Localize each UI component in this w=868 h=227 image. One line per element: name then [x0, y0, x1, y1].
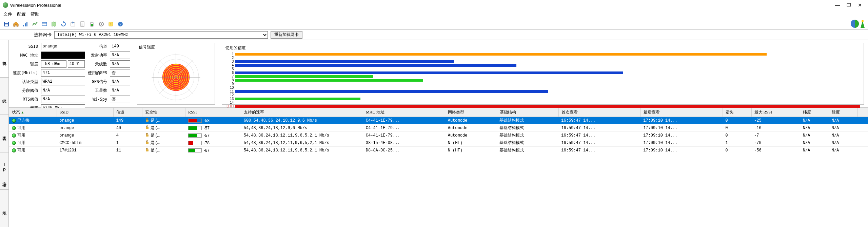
channel-label: 10 [225, 86, 234, 89]
save-icon[interactable] [2, 20, 11, 28]
cell-last: 17:09:10 14... [640, 147, 723, 154]
table-row[interactable]: 可用orange4是 (...-5754,48,36,24,18,12,11,9… [9, 132, 868, 139]
channel-label: 7 [225, 75, 234, 78]
value-mac [41, 51, 85, 59]
cell-security: 是 (... [151, 140, 160, 146]
minimize-button[interactable]: — [835, 2, 840, 8]
col-lost[interactable]: 遗失 [723, 108, 751, 117]
col-channel[interactable]: 信道 [114, 108, 142, 117]
channel-bar-row [235, 97, 860, 100]
cell-first: 16:59:47 14... [558, 124, 640, 132]
cell-channel: 4 [114, 132, 142, 139]
channel-label: 3 [225, 60, 234, 63]
connections-icon[interactable] [40, 20, 49, 28]
col-status[interactable]: 状态 [9, 108, 57, 117]
close-button[interactable]: ✕ [858, 2, 862, 8]
col-first[interactable]: 首次查看 [558, 108, 640, 117]
label-antennas: 天线数 [88, 61, 107, 67]
adapter-select[interactable]: Intel(R) Wi-Fi 6 AX201 160MHz [54, 31, 268, 39]
cell-rates: 54,48,36,24,18,12,11,9,6,5,2,1 Mb/s [241, 139, 363, 147]
col-mac[interactable]: MAC 地址 [363, 108, 445, 117]
menu-config[interactable]: 配置 [17, 11, 26, 17]
svg-rect-3 [23, 25, 24, 26]
sidetab-stats[interactable]: 统计 [0, 77, 8, 115]
table-row[interactable]: 可用orange40是 (...-5754,48,36,24,18,12,9,6… [9, 124, 868, 132]
cell-lost: 0 [723, 147, 751, 154]
cell-mac: C4-41-1E-79... [363, 117, 445, 124]
log-icon[interactable] [78, 20, 87, 28]
help-icon[interactable]: ? [116, 20, 125, 28]
chart-icon[interactable] [31, 20, 39, 28]
col-maxrssi[interactable]: 最大 RSSI [751, 108, 800, 117]
channel-label: 9 [225, 82, 234, 86]
cell-infra: 基础结构模式 [497, 124, 558, 132]
sidetab-map[interactable]: 地图 [0, 189, 8, 227]
table-row[interactable]: 已连接orange149是 (...-58600,54,48,36,24,18,… [9, 117, 868, 124]
sidetab-ipconn[interactable]: IP 连接 [0, 152, 8, 190]
table-row[interactable]: 可用17#120111是 (...-6754,48,36,24,18,12,11… [9, 147, 868, 154]
titlebar: WirelessMon Professional — ❐ ✕ [0, 0, 868, 10]
label-auth: 认证类型 [13, 79, 38, 85]
home-icon[interactable] [12, 20, 20, 28]
menu-file[interactable]: 文件 [3, 11, 12, 17]
channel-label: 1 [225, 52, 234, 56]
status-dot-icon [12, 148, 16, 152]
col-lon[interactable]: 经度 [829, 108, 858, 117]
col-rssi[interactable]: RSSI [185, 108, 241, 117]
value-antennas: N/A [110, 60, 130, 68]
col-extra[interactable] [858, 108, 868, 117]
channel-bar-row [235, 75, 860, 78]
col-security[interactable]: 安全性 [142, 108, 185, 117]
table-row[interactable]: 可用CMCC-5bTm1是 (...-7854,48,36,24,18,12,1… [9, 139, 868, 147]
channel-bar [235, 75, 373, 78]
cell-rssi: -57 [204, 126, 210, 130]
status-dot-icon [12, 126, 16, 130]
channel-bar-row [235, 56, 860, 59]
col-rates[interactable]: 支持的速率 [241, 108, 363, 117]
cell-maxrssi: -56 [751, 147, 800, 154]
maximize-button[interactable]: ❐ [847, 2, 851, 8]
cell-infra: 基础结构模式 [497, 117, 558, 124]
stats-icon[interactable] [21, 20, 30, 28]
export-icon[interactable] [68, 20, 77, 28]
cell-lat: N/A [800, 147, 829, 154]
lock-icon [145, 125, 149, 130]
label-strength: 强度 [13, 61, 38, 67]
cell-channel: 1 [114, 139, 142, 147]
channel-bar [235, 53, 766, 56]
channel-bar-row [235, 67, 860, 70]
col-ssid[interactable]: SSID [57, 108, 113, 117]
channel-bar [235, 105, 860, 108]
cell-infra: 基础结构模式 [497, 147, 558, 154]
col-infra[interactable]: 基础结构 [497, 108, 558, 117]
label-satellites: 卫星数 [88, 88, 107, 94]
cell-lat: N/A [800, 124, 829, 132]
cell-ssid: orange [57, 132, 113, 139]
cell-mac: D8-8A-DC-25... [363, 147, 445, 154]
map-icon[interactable] [50, 20, 58, 28]
cell-lat: N/A [800, 139, 829, 147]
alert-icon[interactable]: ! [106, 20, 115, 28]
channel-label: 14 [225, 101, 234, 104]
cell-nettype: N (HT) [445, 147, 497, 154]
col-nettype[interactable]: 网络类型 [445, 108, 497, 117]
col-last[interactable]: 最后查看 [640, 108, 723, 117]
status-dot-icon [12, 119, 16, 123]
cell-lon: N/A [829, 117, 858, 124]
reload-adapter-button[interactable]: 重新加载网卡 [271, 31, 302, 39]
channel-label: 2 [225, 56, 234, 60]
sidetab-chart[interactable]: 图表 [0, 115, 8, 152]
battery-icon[interactable] [87, 20, 96, 28]
label-rts: RTS阈值 [13, 97, 38, 102]
channel-label: 11 [225, 89, 234, 93]
menu-help[interactable]: 帮助 [31, 11, 39, 17]
cell-first: 16:59:47 14... [558, 117, 640, 124]
sidetab-summary[interactable]: 概要 [0, 40, 8, 77]
channel-bar [235, 64, 516, 67]
cell-channel: 40 [114, 124, 142, 132]
col-lat[interactable]: 纬度 [800, 108, 829, 117]
app-logo-icon [850, 18, 867, 30]
cell-rssi: -58 [204, 118, 210, 123]
refresh-icon[interactable] [59, 20, 68, 28]
settings-icon[interactable] [97, 20, 106, 28]
